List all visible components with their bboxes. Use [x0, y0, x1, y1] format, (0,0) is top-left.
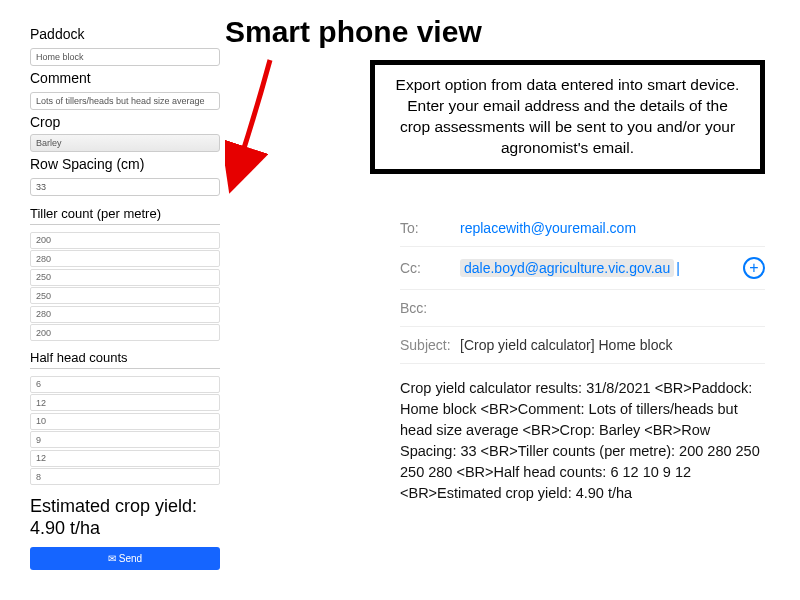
cursor-icon: | — [676, 260, 680, 276]
email-body[interactable]: Crop yield calculator results: 31/8/2021… — [400, 364, 765, 504]
halfhead-input[interactable] — [30, 394, 220, 411]
cc-value: dale.boyd@agriculture.vic.gov.au — [460, 259, 674, 277]
row-spacing-label: Row Spacing (cm) — [30, 156, 220, 172]
email-bcc-row[interactable]: Bcc: — [400, 290, 765, 327]
subject-label: Subject: — [400, 337, 460, 353]
email-cc-row[interactable]: Cc: dale.boyd@agriculture.vic.gov.au | + — [400, 247, 765, 290]
estimated-yield: Estimated crop yield: 4.90 t/ha — [30, 496, 220, 539]
crop-select[interactable]: Barley — [30, 134, 220, 152]
comment-input[interactable] — [30, 92, 220, 110]
email-subject-row[interactable]: Subject: [Crop yield calculator] Home bl… — [400, 327, 765, 364]
add-recipient-icon[interactable]: + — [743, 257, 765, 279]
bcc-label: Bcc: — [400, 300, 460, 316]
tiller-input[interactable] — [30, 269, 220, 286]
paddock-label: Paddock — [30, 26, 220, 42]
comment-label: Comment — [30, 70, 220, 86]
halfhead-section-label: Half head counts — [30, 350, 220, 369]
halfhead-input[interactable] — [30, 468, 220, 485]
email-to-row[interactable]: To: replacewith@youremail.com — [400, 210, 765, 247]
to-label: To: — [400, 220, 460, 236]
tiller-input[interactable] — [30, 250, 220, 267]
halfhead-input[interactable] — [30, 450, 220, 467]
arrow-icon — [225, 55, 285, 195]
page-title: Smart phone view — [225, 15, 482, 49]
cc-label: Cc: — [400, 260, 460, 276]
send-button[interactable]: ✉ Send — [30, 547, 220, 570]
form-panel: Paddock Comment Crop Barley Row Spacing … — [30, 22, 220, 570]
email-panel: To: replacewith@youremail.com Cc: dale.b… — [400, 210, 765, 504]
row-spacing-input[interactable] — [30, 178, 220, 196]
halfhead-input[interactable] — [30, 431, 220, 448]
halfhead-input[interactable] — [30, 376, 220, 393]
tiller-input[interactable] — [30, 232, 220, 249]
halfhead-input[interactable] — [30, 413, 220, 430]
tiller-input[interactable] — [30, 306, 220, 323]
paddock-input[interactable] — [30, 48, 220, 66]
tiller-section-label: Tiller count (per metre) — [30, 206, 220, 225]
tiller-input[interactable] — [30, 287, 220, 304]
to-value: replacewith@youremail.com — [460, 220, 636, 236]
send-icon: ✉ — [108, 553, 116, 564]
crop-label: Crop — [30, 114, 220, 130]
tiller-input[interactable] — [30, 324, 220, 341]
info-box: Export option from data entered into sma… — [370, 60, 765, 174]
subject-value: [Crop yield calculator] Home block — [460, 337, 672, 353]
